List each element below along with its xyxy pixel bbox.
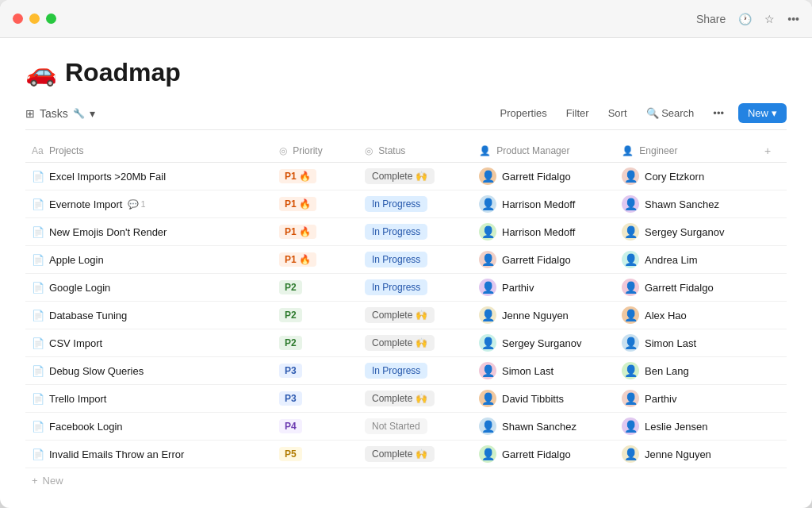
properties-button[interactable]: Properties	[496, 105, 552, 121]
traffic-lights	[13, 13, 56, 24]
history-icon[interactable]: 🕐	[738, 13, 752, 25]
table-row[interactable]: 📄Invalid Emails Throw an ErrorP5Complete…	[25, 441, 787, 468]
status-badge[interactable]: Complete 🙌	[365, 446, 435, 462]
col-label-pm: Product Manager	[496, 145, 569, 156]
status-badge[interactable]: Complete 🙌	[365, 168, 435, 184]
cell-priority: P2	[273, 274, 358, 302]
pm-name: Harrison Medoff	[502, 226, 575, 238]
priority-badge[interactable]: P1 🔥	[279, 225, 316, 239]
grid-icon: Aa	[32, 145, 44, 156]
pm-person: 👤 Garrett Fidalgo	[479, 251, 609, 268]
priority-badge[interactable]: P4	[279, 419, 302, 433]
pm-person: 👤 Jenne Nguyen	[479, 306, 609, 324]
cell-status: In Progress	[358, 190, 473, 218]
search-label: Search	[661, 107, 694, 119]
favorite-icon[interactable]: ☆	[764, 13, 775, 25]
status-badge[interactable]: In Progress	[365, 279, 427, 295]
table-row[interactable]: 📄Excel Imports >20Mb FailP1 🔥Complete 🙌 …	[25, 163, 787, 190]
pm-name: David Tibbitts	[502, 393, 564, 405]
pm-person: 👤 Garrett Fidalgo	[479, 445, 609, 463]
priority-badge[interactable]: P1 🔥	[279, 252, 316, 267]
cell-engineer: 👤 Garrett Fidalgo	[615, 274, 758, 302]
priority-badge[interactable]: P3	[279, 364, 302, 378]
cell-priority: P1 🔥	[273, 163, 358, 190]
engineer-person: 👤 Shawn Sanchez	[622, 195, 752, 213]
status-badge[interactable]: In Progress	[365, 252, 427, 267]
pm-avatar: 👤	[479, 306, 496, 324]
status-badge[interactable]: Complete 🙌	[365, 391, 435, 406]
col-label-priority: Priority	[293, 145, 322, 156]
table-row[interactable]: 📄Google LoginP2In Progress 👤 Parthiv 👤 G…	[25, 274, 787, 302]
maximize-button[interactable]	[46, 13, 56, 24]
close-button[interactable]	[13, 13, 23, 24]
engineer-name: Jenne Nguyen	[645, 448, 711, 460]
cell-status: Complete 🙌	[358, 329, 473, 357]
table-row[interactable]: 📄CSV ImportP2Complete 🙌 👤 Sergey Surgano…	[25, 329, 787, 357]
search-button[interactable]: 🔍 Search	[642, 105, 699, 121]
project-name-text: Database Tuning	[49, 310, 127, 321]
engineer-person: 👤 Cory Etzkorn	[622, 167, 752, 185]
more-toolbar-button[interactable]: •••	[708, 105, 729, 121]
titlebar: Share 🕐 ☆ •••	[0, 0, 812, 38]
status-badge[interactable]: In Progress	[365, 196, 427, 212]
pm-name: Jenne Nguyen	[502, 310, 569, 321]
cell-project: 📄Trello Import	[25, 385, 273, 413]
doc-icon: 📄	[32, 448, 44, 460]
project-name-text: Apple Login	[49, 254, 104, 266]
status-badge[interactable]: Complete 🙌	[365, 335, 435, 351]
minimize-button[interactable]	[29, 13, 40, 24]
engineer-person: 👤 Leslie Jensen	[622, 418, 752, 435]
table-row[interactable]: 📄Database TuningP2Complete 🙌 👤 Jenne Ngu…	[25, 302, 787, 329]
priority-badge[interactable]: P1 🔥	[279, 197, 316, 211]
cell-add	[758, 190, 787, 218]
more-options-icon[interactable]: •••	[787, 13, 799, 25]
new-button[interactable]: New ▾	[738, 103, 787, 123]
engineer-name: Ben Lang	[645, 365, 689, 377]
cell-project: 📄New Emojis Don't Render	[25, 218, 273, 246]
status-badge[interactable]: Complete 🙌	[365, 307, 435, 323]
add-row-label: New	[43, 475, 63, 487]
table-row[interactable]: 📄Evernote Import💬 1P1 🔥In Progress 👤 Har…	[25, 190, 787, 218]
sort-button[interactable]: Sort	[603, 105, 632, 121]
table-row[interactable]: 📄Facebook LoginP4Not Started 👤 Shawn San…	[25, 413, 787, 441]
view-selector[interactable]: ⊞ Tasks 🔧 ▾	[25, 107, 95, 120]
table-row[interactable]: 📄Trello ImportP3Complete 🙌 👤 David Tibbi…	[25, 385, 787, 413]
cell-status: In Progress	[358, 274, 473, 302]
project-name-text: New Emojis Don't Render	[49, 226, 167, 238]
priority-badge[interactable]: P3	[279, 391, 302, 406]
table-row[interactable]: 📄New Emojis Don't RenderP1 🔥In Progress …	[25, 218, 787, 246]
project-name-text: Facebook Login	[49, 421, 123, 433]
doc-icon: 📄	[32, 393, 44, 405]
cell-engineer: 👤 Leslie Jensen	[615, 413, 758, 441]
pm-avatar: 👤	[479, 362, 496, 379]
add-row-button[interactable]: + New	[25, 468, 787, 493]
priority-badge[interactable]: P2	[279, 280, 302, 294]
cell-add	[758, 413, 787, 441]
priority-badge[interactable]: P5	[279, 447, 302, 461]
engineer-avatar: 👤	[622, 334, 639, 352]
engineer-avatar: 👤	[622, 279, 639, 296]
table-row[interactable]: 📄Apple LoginP1 🔥In Progress 👤 Garrett Fi…	[25, 246, 787, 274]
col-header-add[interactable]: +	[758, 140, 787, 163]
project-name-text: Trello Import	[49, 393, 106, 405]
project-name-text: Debug Slow Queries	[49, 365, 144, 377]
cell-status: In Progress	[358, 218, 473, 246]
priority-badge[interactable]: P1 🔥	[279, 169, 316, 183]
share-button[interactable]: Share	[696, 13, 726, 25]
pm-avatar: 👤	[479, 334, 496, 352]
engineer-avatar: 👤	[622, 362, 639, 379]
cell-status: Complete 🙌	[358, 385, 473, 413]
table-row[interactable]: 📄Debug Slow QueriesP3In Progress 👤 Simon…	[25, 357, 787, 385]
pm-avatar: 👤	[479, 167, 496, 185]
engineer-name: Shawn Sanchez	[645, 198, 719, 210]
status-badge[interactable]: Not Started	[365, 418, 427, 434]
priority-badge[interactable]: P2	[279, 336, 302, 350]
cell-pm: 👤 Jenne Nguyen	[473, 302, 615, 329]
status-badge[interactable]: In Progress	[365, 224, 427, 240]
doc-icon: 📄	[32, 421, 44, 433]
filter-button[interactable]: Filter	[561, 105, 594, 121]
status-badge[interactable]: In Progress	[365, 363, 427, 379]
cell-add	[758, 385, 787, 413]
engineer-name: Andrea Lim	[645, 254, 697, 266]
priority-badge[interactable]: P2	[279, 308, 302, 322]
